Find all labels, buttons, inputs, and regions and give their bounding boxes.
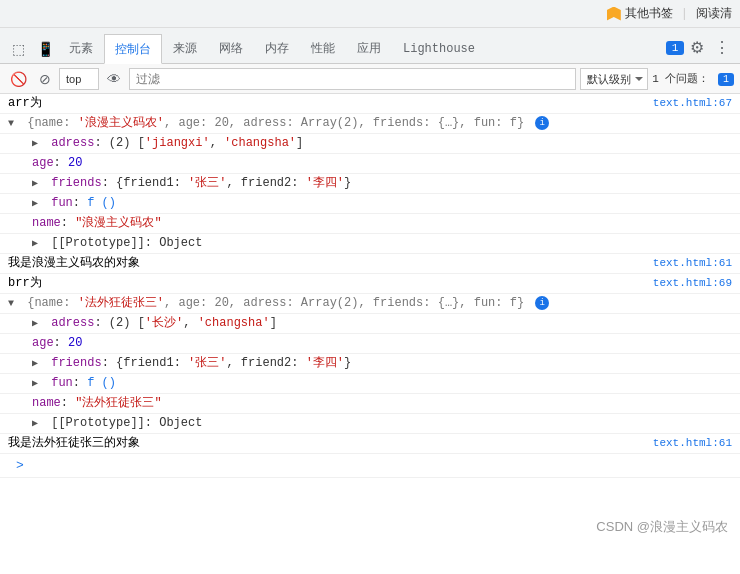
console-line-brr-name: name: "法外狂徒张三" (0, 394, 740, 414)
msg1-source[interactable]: text.html:61 (641, 255, 740, 272)
arr-prototype-content: [[Prototype]]: Object (32, 235, 740, 252)
console-line-arr-fun: fun: f () (0, 194, 740, 214)
arr-fun-content: fun: f () (32, 195, 740, 212)
console-line-msg2: 我是法外狂徒张三的对象 text.html:61 (0, 434, 740, 454)
tab-network[interactable]: 网络 (208, 33, 254, 63)
arr-obj-info-icon[interactable]: i (535, 116, 549, 130)
console-line-brr-adress: adress: (2) ['长沙', 'changsha'] (0, 314, 740, 334)
tab-application[interactable]: 应用 (346, 33, 392, 63)
console-line-brr-prototype: [[Prototype]]: Object (0, 414, 740, 434)
tab-elements[interactable]: 元素 (58, 33, 104, 63)
arr-label-source[interactable]: text.html:67 (641, 95, 740, 112)
msg2-source[interactable]: text.html:61 (641, 435, 740, 452)
console-body: arr为 text.html:67 {name: '浪漫主义码农', age: … (0, 94, 740, 544)
brr-label-source[interactable]: text.html:69 (641, 275, 740, 292)
console-line-arr-obj: {name: '浪漫主义码农', age: 20, adress: Array(… (0, 114, 740, 134)
console-line-arr-friends: friends: {friend1: '张三', friend2: '李四'} (0, 174, 740, 194)
folder-icon (607, 7, 621, 21)
console-line-arr-name: name: "浪漫主义码农" (0, 214, 740, 234)
settings-icon[interactable]: ⚙ (686, 36, 708, 59)
inspect-icon[interactable]: ⬚ (8, 39, 29, 59)
brr-age-content: age: 20 (32, 335, 740, 352)
brr-fun-content: fun: f () (32, 375, 740, 392)
console-line-arr-prototype: [[Prototype]]: Object (0, 234, 740, 254)
devtools-wrapper: 其他书签 | 阅读清 ⬚ 📱 元素 控制台 来源 网络 内存 性能 应用 (0, 0, 740, 574)
brr-name-content: name: "法外狂徒张三" (32, 395, 740, 412)
console-prompt-line[interactable]: > (0, 454, 740, 478)
more-options-icon[interactable]: ⋮ (710, 36, 734, 59)
console-prompt-symbol: > (8, 455, 32, 476)
watermark: CSDN @浪漫主义码农 (596, 518, 728, 536)
tab-right-actions: 1 ⚙ ⋮ (666, 36, 740, 63)
brr-friends-content: friends: {friend1: '张三', friend2: '李四'} (32, 355, 740, 372)
devtools-icon-bar: ⬚ 📱 (4, 39, 58, 63)
arr-friends-content: friends: {friend1: '张三', friend2: '李四'} (32, 175, 740, 192)
bookmark-bar: 其他书签 | 阅读清 (0, 0, 740, 28)
console-line-brr-label: brr为 text.html:69 (0, 274, 740, 294)
filter-icon[interactable]: ⊘ (35, 69, 55, 89)
console-output: arr为 text.html:67 {name: '浪漫主义码农', age: … (0, 94, 740, 544)
other-bookmarks-label: 其他书签 (625, 5, 673, 22)
reading-mode-button[interactable]: 阅读清 (696, 5, 732, 22)
arr-friends-arrow[interactable] (32, 175, 44, 192)
arr-label-text: arr为 (8, 95, 641, 112)
tab-lighthouse[interactable]: Lighthouse (392, 33, 486, 63)
console-toolbar: 🚫 ⊘ top 👁 默认级别 1 个问题： 1 (0, 64, 740, 94)
brr-obj-info-icon[interactable]: i (535, 296, 549, 310)
console-line-arr-adress: adress: (2) ['jiangxi', 'changsha'] (0, 134, 740, 154)
arr-obj-content: {name: '浪漫主义码农', age: 20, adress: Array(… (8, 115, 740, 132)
tab-performance[interactable]: 性能 (300, 33, 346, 63)
brr-prototype-arrow[interactable] (32, 415, 44, 432)
brr-expand-arrow[interactable] (8, 295, 20, 312)
arr-fun-arrow[interactable] (32, 195, 44, 212)
msg1-text: 我是浪漫主义码农的对象 (8, 255, 641, 272)
arr-prototype-arrow[interactable] (32, 235, 44, 252)
console-line-arr-label: arr为 text.html:67 (0, 94, 740, 114)
console-line-brr-obj: {name: '法外狂徒张三', age: 20, adress: Array(… (0, 294, 740, 314)
issue-badge: 1 (718, 73, 734, 86)
arr-adress-arrow[interactable] (32, 135, 44, 152)
console-line-arr-age: age: 20 (0, 154, 740, 174)
log-level-select[interactable]: 默认级别 (580, 68, 648, 90)
msg2-text: 我是法外狂徒张三的对象 (8, 435, 641, 452)
issues-badge: 1 (666, 41, 684, 55)
filter-input[interactable] (129, 68, 576, 90)
arr-name-content: name: "浪漫主义码农" (32, 215, 740, 232)
tab-console[interactable]: 控制台 (104, 34, 162, 64)
arr-age-content: age: 20 (32, 155, 740, 172)
console-line-brr-age: age: 20 (0, 334, 740, 354)
arr-expand-arrow[interactable] (8, 115, 20, 132)
brr-adress-content: adress: (2) ['长沙', 'changsha'] (32, 315, 740, 332)
arr-adress-content: adress: (2) ['jiangxi', 'changsha'] (32, 135, 740, 152)
console-line-brr-fun: fun: f () (0, 374, 740, 394)
device-icon[interactable]: 📱 (33, 39, 58, 59)
brr-fun-arrow[interactable] (32, 375, 44, 392)
eye-icon[interactable]: 👁 (103, 69, 125, 89)
context-select[interactable]: top (59, 68, 99, 90)
tab-memory[interactable]: 内存 (254, 33, 300, 63)
console-line-brr-friends: friends: {friend1: '张三', friend2: '李四'} (0, 354, 740, 374)
bookmark-folder[interactable]: 其他书签 (607, 5, 673, 22)
console-line-msg1: 我是浪漫主义码农的对象 text.html:61 (0, 254, 740, 274)
brr-prototype-content: [[Prototype]]: Object (32, 415, 740, 432)
brr-label-text: brr为 (8, 275, 641, 292)
brr-obj-content: {name: '法外狂徒张三', age: 20, adress: Array(… (8, 295, 740, 312)
brr-friends-arrow[interactable] (32, 355, 44, 372)
clear-console-icon[interactable]: 🚫 (6, 69, 31, 89)
issue-count: 1 个问题： 1 (652, 71, 734, 86)
devtools-tabs: ⬚ 📱 元素 控制台 来源 网络 内存 性能 应用 Lighthouse 1 ⚙ (0, 28, 740, 64)
brr-adress-arrow[interactable] (32, 315, 44, 332)
tab-sources[interactable]: 来源 (162, 33, 208, 63)
